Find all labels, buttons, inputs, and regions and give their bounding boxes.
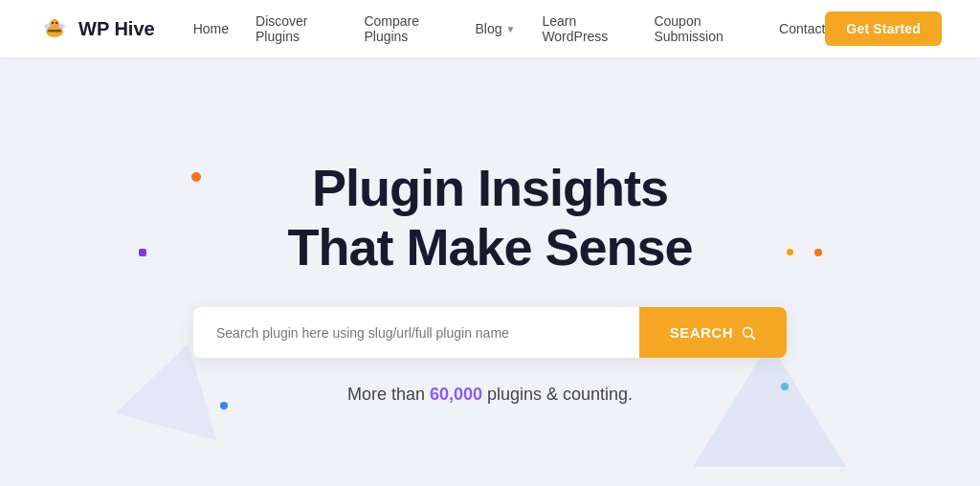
- blog-dropdown-icon: ▼: [505, 24, 515, 34]
- search-bar: SEARCH: [193, 307, 787, 358]
- deco-dot-purple-1: [139, 249, 146, 256]
- logo-text: WP Hive: [78, 18, 155, 40]
- logo-icon: [38, 12, 71, 45]
- hero-section: Plugin Insights That Make Sense SEARCH M…: [0, 57, 980, 486]
- svg-line-9: [751, 335, 755, 339]
- search-icon: [741, 325, 756, 341]
- svg-point-5: [56, 22, 57, 24]
- svg-rect-2: [48, 30, 61, 33]
- get-started-button[interactable]: Get Started: [825, 11, 942, 46]
- deco-dot-orange-1: [191, 172, 201, 182]
- nav-compare-plugins[interactable]: Compare Plugins: [364, 13, 448, 44]
- deco-dot-yellow-1: [787, 249, 793, 255]
- header: WP Hive Home Discover Plugins Compare Pl…: [0, 0, 980, 57]
- nav-coupon-submission[interactable]: Coupon Submission: [654, 13, 752, 44]
- search-input[interactable]: [193, 308, 639, 358]
- deco-dot-blue-1: [220, 402, 228, 409]
- plugin-count: 60,000: [430, 385, 482, 404]
- deco-dot-cyan-1: [781, 383, 789, 390]
- deco-dot-orange-2: [814, 249, 822, 256]
- nav-blog[interactable]: Blog ▼: [475, 21, 515, 36]
- nav-discover-plugins[interactable]: Discover Plugins: [256, 13, 337, 44]
- svg-point-4: [52, 22, 54, 24]
- hero-title: Plugin Insights That Make Sense: [287, 158, 692, 276]
- nav-learn-wordpress[interactable]: Learn WordPress: [542, 13, 627, 44]
- svg-point-3: [50, 19, 59, 29]
- logo[interactable]: WP Hive: [38, 12, 155, 45]
- search-button[interactable]: SEARCH: [639, 307, 787, 358]
- nav-home[interactable]: Home: [193, 21, 229, 36]
- bg-shape-right: [693, 342, 846, 467]
- nav-contact[interactable]: Contact: [779, 21, 825, 36]
- main-nav: Home Discover Plugins Compare Plugins Bl…: [193, 13, 826, 44]
- hero-subtitle: More than 60,000 plugins & counting.: [347, 385, 633, 405]
